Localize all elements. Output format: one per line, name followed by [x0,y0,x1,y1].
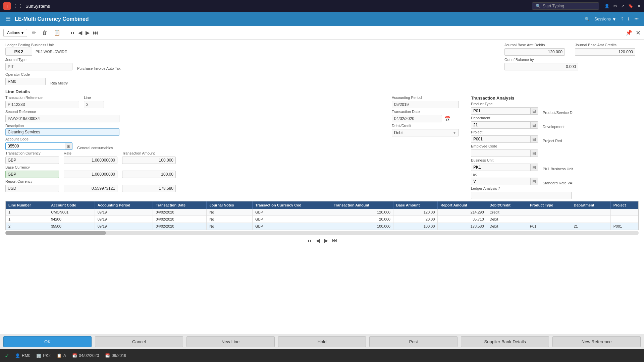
line-details-left: Transaction Reference PI112233 Line 2 Se… [5,96,386,193]
txn-ref-value: PI112233 [5,101,79,108]
tax-search[interactable]: ⊞ [530,178,538,185]
table-cell: GBP [253,209,331,216]
table-cell [571,209,610,216]
ledger-label: Ledger Posting Business Unit [5,43,499,47]
table-first-btn[interactable]: ⏮ [307,238,312,244]
department-input[interactable] [471,122,530,128]
employee-code-search[interactable]: ⊞ [530,150,538,157]
table-last-btn[interactable]: ⏭ [332,238,337,244]
business-unit-input[interactable] [471,164,530,171]
search-title-icon[interactable]: 🔍 [585,17,590,21]
hold-button[interactable]: Hold [278,336,366,347]
actions-button[interactable]: Actions ▾ [3,29,27,37]
hamburger-icon[interactable]: ☰ [5,15,11,23]
employee-code-input[interactable] [471,150,530,157]
table-cell: P001 [610,223,638,230]
table-cell: 04/02/2020 [153,216,207,223]
line-value: 2 [84,101,104,108]
scrollbar-thumb[interactable] [5,231,106,235]
line-details-center: Accounting Period 09/2019 Transaction Da… [392,96,466,138]
sessions-button[interactable]: Sessions ▼ [594,17,616,22]
product-type-input[interactable] [471,108,530,114]
debit-credit-arrow: ▼ [452,130,457,135]
journal-credits-value: 120.000 [575,48,635,56]
edit-icon[interactable]: ✏ [31,28,38,37]
table-cell: 20.00 [393,216,437,223]
toolbar: Actions ▾ ✏ 🗑 📋 ⏮ ◀ ▶ ⏭ 📌 ✕ [0,26,644,40]
post-button[interactable]: Post [369,336,458,347]
table-cell: 20.000 [331,216,393,223]
acct-period-group: Accounting Period 09/2019 [392,96,466,108]
account-code-input[interactable] [6,143,65,149]
calendar-icon[interactable]: 📅 [444,116,451,122]
supplier-bank-button[interactable]: Supplier Bank Details [461,336,549,347]
pin-icon[interactable]: 📌 [626,29,632,36]
new-reference-button[interactable]: New Reference [552,336,641,347]
info-icon[interactable]: ℹ [628,17,630,21]
last-record-btn[interactable]: ⏭ [92,29,99,37]
base-currency-group: Base Currency GBP [5,165,59,178]
project-search[interactable]: ⊞ [530,136,538,142]
close-form-icon[interactable]: ✕ [636,29,641,37]
table-row[interactable]: 19420009/1904/02/2020NoGBP20.00020.0035.… [6,216,638,223]
debit-credit-select[interactable]: Debit ▼ [392,129,459,136]
table-scrollbar[interactable] [5,231,639,235]
close-top-icon[interactable]: ✕ [637,4,641,8]
search-bar[interactable]: 🔍 Start Typing [532,2,599,10]
department-field[interactable]: ⊞ [471,121,538,129]
debit-credit-label: Debit/Credit [392,124,466,128]
line-group: Line 2 [84,96,104,108]
employee-code-field[interactable]: ⊞ [471,149,538,157]
table-prev-btn[interactable]: ◀ [316,237,320,244]
department-search[interactable]: ⊞ [530,122,538,128]
col-journal-notes: Journal Notes [207,201,253,209]
product-type-search[interactable]: ⊞ [530,108,538,114]
actions-arrow: ▾ [21,31,23,35]
business-unit-desc: PK1 Business Unit [543,167,573,171]
first-record-btn[interactable]: ⏮ [68,29,76,37]
project-group: Project ⊞ [471,130,538,143]
ok-button[interactable]: OK [3,336,92,347]
table-row[interactable]: 1CMON00109/1904/02/2020NoGBP120.000120.0… [6,209,638,216]
status-date-value: 04/02/2020 [79,353,99,358]
col-account-code: Account Code [48,201,95,209]
product-type-field[interactable]: ⊞ [471,107,538,115]
user-icon[interactable]: 👤 [604,4,609,8]
rate-label: Rate [64,151,117,155]
description-field[interactable] [5,128,119,136]
tax-input[interactable] [471,178,530,185]
delete-icon[interactable]: 🗑 [41,28,49,37]
table-row[interactable]: 23550009/1904/02/2020NoGBP100.000100.001… [6,223,638,230]
next-record-btn[interactable]: ▶ [85,28,91,37]
bookmark-icon[interactable]: 🔖 [628,4,633,8]
ledger-code: PK2 [5,48,32,56]
account-code-field[interactable]: ⊞ [5,142,72,150]
report-currency-group: Report Currency USD [5,179,59,192]
form-left: Ledger Posting Business Unit PK2 PK2 WOR… [5,43,499,87]
table-next-btn[interactable]: ▶ [324,237,328,244]
copy-icon[interactable]: 📋 [52,28,62,37]
product-type-label: Product Type [471,102,538,106]
general-consumables: General consumables [77,146,113,150]
mail-icon[interactable]: ✉ [613,4,617,8]
grid-icon[interactable]: ⋮⋮ [13,3,23,9]
table-cell: 09/19 [95,223,153,230]
account-code-search-icon[interactable]: ⊞ [65,143,72,149]
table-cell [610,209,638,216]
project-field[interactable]: ⊞ [471,135,538,143]
base-amount-value: 100.00 [122,171,176,178]
cancel-button[interactable]: Cancel [95,336,183,347]
business-unit-group: Business Unit ⊞ [471,158,538,171]
business-unit-field[interactable]: ⊞ [471,164,538,171]
project-input[interactable] [471,136,530,142]
department-desc: Development [543,125,565,129]
help-icon[interactable]: ? [621,17,624,21]
prev-record-btn[interactable]: ◀ [77,28,83,37]
share-icon[interactable]: ↗ [621,4,624,8]
tax-field[interactable]: ⊞ [471,178,538,185]
more-icon[interactable]: ••• [634,17,639,21]
date-status-icon: 📅 [72,353,77,358]
business-unit-search[interactable]: ⊞ [530,164,538,171]
new-line-button[interactable]: New Line [186,336,275,347]
table-cell: 04/02/2020 [153,209,207,216]
